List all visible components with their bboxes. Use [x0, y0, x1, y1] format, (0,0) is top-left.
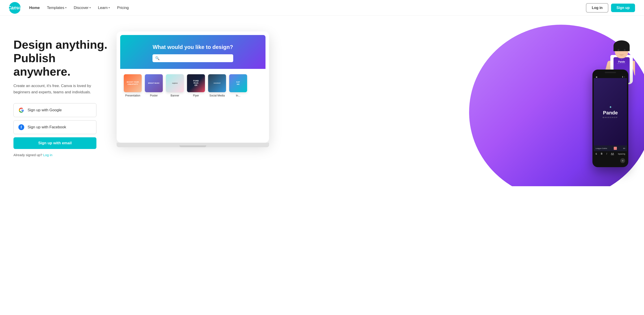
apron-logo-text: ✦: [621, 59, 622, 60]
nav-discover[interactable]: Discover ▾: [71, 4, 94, 12]
canva-search-box: 🔍: [152, 54, 233, 62]
phone-toolbar: League Gothic 80: [594, 145, 627, 151]
nav-links: Home Templates ▾ Discover ▾ Learn ▾ Pric…: [26, 4, 586, 12]
phone-brand-name: Pande: [603, 110, 618, 116]
canva-search-input[interactable]: [162, 56, 230, 60]
chevron-down-icon: ▾: [65, 6, 66, 9]
hero-section: Design anything. Publish anywhere. Creat…: [0, 16, 644, 186]
phone-brand-sub: BAKESHOP: [603, 116, 618, 118]
phone-screen: ◀ ⬇ ↑ ✦ Pande BAKESHOP League Gothic 80: [594, 75, 627, 165]
signup-google-button[interactable]: Sign up with Google: [14, 103, 96, 117]
laptop-mockup: What would you like to design? 🔍 BOOST Y…: [116, 32, 269, 147]
signup-email-button[interactable]: Sign up with email: [14, 137, 96, 149]
design-type-presentation[interactable]: BOOST YOUR CREATIVITY Presentation: [124, 74, 142, 97]
phone-outer: ◀ ⬇ ↑ ✦ Pande BAKESHOP League Gothic 80: [592, 70, 628, 167]
wheat-icon: ✦: [609, 105, 612, 109]
search-icon: 🔍: [155, 56, 160, 60]
hero-left: Design anything. Publish anywhere. Creat…: [14, 29, 108, 157]
nav-learn[interactable]: Learn ▾: [95, 4, 113, 12]
canva-search-title: What would you like to design?: [153, 44, 233, 50]
apron-brand-name: Pande: [618, 61, 625, 63]
nav-pricing[interactable]: Pricing: [114, 4, 132, 12]
laptop-outer: What would you like to design? 🔍 BOOST Y…: [116, 32, 269, 143]
hero-right: What would you like to design? 🔍 BOOST Y…: [108, 29, 635, 186]
phone-font-name: League Gothic: [596, 147, 607, 149]
canva-search-area: What would you like to design? 🔍: [120, 35, 266, 69]
nav-home[interactable]: Home: [26, 4, 43, 12]
google-icon: [18, 107, 24, 113]
hero-title: Design anything. Publish anywhere.: [14, 38, 108, 78]
login-button[interactable]: Log in: [586, 3, 608, 13]
underline-icon[interactable]: AA: [611, 153, 614, 155]
login-link[interactable]: Log in: [43, 153, 52, 157]
italic-icon[interactable]: I: [606, 153, 607, 155]
design-type-banner[interactable]: explore Banner: [166, 74, 184, 97]
bold-icon[interactable]: B: [601, 153, 602, 155]
navbar: Canva Home Templates ▾ Discover ▾ Learn …: [0, 0, 644, 16]
canva-logo[interactable]: Canva: [9, 2, 21, 14]
signup-facebook-button[interactable]: f Sign up with Facebook: [14, 120, 96, 134]
chevron-down-icon: ▾: [90, 6, 91, 9]
design-types-row: BOOST YOUR CREATIVITY Presentation BRIGH…: [120, 69, 266, 103]
laptop-screen: What would you like to design? 🔍 BOOST Y…: [120, 35, 266, 143]
phone-screen-content: ✦ Pande BAKESHOP: [594, 78, 627, 145]
phone-mockup: ◀ ⬇ ↑ ✦ Pande BAKESHOP League Gothic 80: [592, 70, 628, 167]
hero-subtitle: Create an account, it's free. Canva is l…: [14, 83, 108, 95]
phone-notch: [605, 72, 616, 73]
design-type-flyer[interactable]: FUNDRAISER Flyer: [187, 74, 205, 97]
nav-templates[interactable]: Templates ▾: [44, 4, 70, 12]
facebook-icon: f: [18, 124, 24, 130]
design-type-social[interactable]: seventeen! Social Media: [208, 74, 226, 97]
signup-button[interactable]: Sign up: [611, 4, 635, 12]
phone-color-swatch[interactable]: [614, 147, 617, 150]
design-type-poster[interactable]: BRIGHT MUSIC Poster: [145, 74, 163, 97]
apron-brand-sub: BAKESHOP: [617, 63, 626, 64]
laptop-base: [116, 143, 269, 147]
nav-actions: Log in Sign up: [586, 3, 635, 13]
logo-text: Canva: [8, 5, 22, 11]
already-signed-text: Already signed up? Log in: [14, 153, 108, 157]
add-button[interactable]: +: [620, 158, 625, 163]
chevron-down-icon: ▾: [108, 6, 110, 9]
strikethrough-icon[interactable]: S̶: [596, 153, 597, 155]
spacing-label: Spacing: [618, 153, 625, 155]
design-type-inv[interactable]: KATWE In...: [229, 74, 247, 97]
phone-font-size: 80: [623, 147, 625, 149]
